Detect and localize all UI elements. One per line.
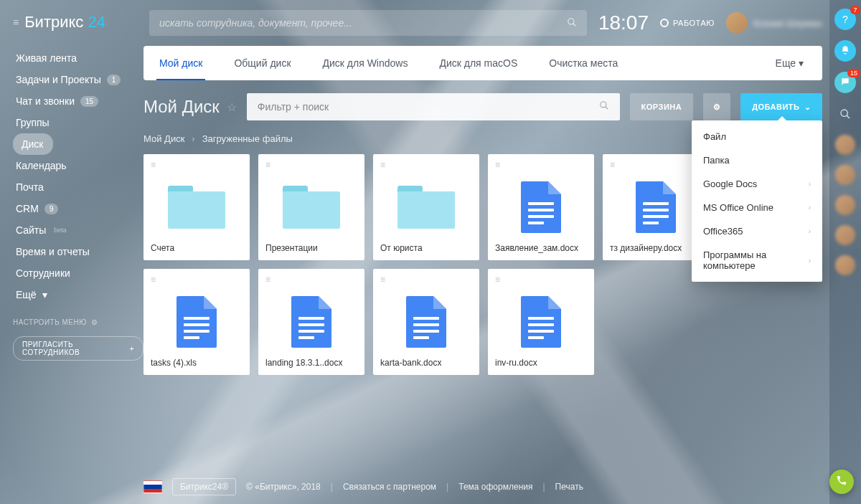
- rail-avatar[interactable]: [835, 165, 855, 185]
- add-dropdown: ФайлПапкаGoogle Docs›MS Office Online›Of…: [692, 120, 822, 282]
- document-icon: [406, 296, 446, 348]
- dropdown-item-4[interactable]: Office365›: [692, 219, 822, 243]
- dropdown-label: Программы на компьютере: [703, 249, 809, 271]
- notifications-button[interactable]: [834, 40, 856, 62]
- file-label: Презентации: [265, 243, 357, 253]
- help-button[interactable]: ? 7: [834, 9, 856, 30]
- tab-1[interactable]: Общий диск: [218, 46, 306, 80]
- sidebar-item-8[interactable]: Сайтыbeta: [13, 219, 74, 241]
- dropdown-item-2[interactable]: Google Docs›: [692, 172, 822, 196]
- search-icon[interactable]: [567, 17, 577, 29]
- sidebar-item-10[interactable]: Сотрудники: [13, 262, 77, 284]
- beta-label: beta: [54, 227, 67, 234]
- sidebar-item-11[interactable]: Ещё▾: [13, 284, 55, 305]
- rail-avatar[interactable]: [835, 195, 855, 215]
- folder-tile[interactable]: ≡Презентации: [258, 154, 364, 260]
- sidebar-item-9[interactable]: Время и отчеты: [13, 241, 97, 262]
- file-tile[interactable]: ≡inv-ru.docx: [488, 269, 594, 375]
- file-label: Счета: [151, 243, 243, 253]
- rail-avatar[interactable]: [835, 255, 855, 275]
- sidebar-item-0[interactable]: Живая лента: [13, 47, 84, 69]
- footer-link[interactable]: Тема оформления: [458, 482, 532, 492]
- dropdown-item-1[interactable]: Папка: [692, 148, 822, 172]
- tab-4[interactable]: Очистка места: [533, 46, 634, 80]
- star-icon[interactable]: ☆: [227, 100, 237, 114]
- svg-point-2: [600, 102, 606, 108]
- badge: 1: [107, 75, 121, 85]
- tab-0[interactable]: Мой диск: [144, 46, 218, 80]
- document-icon: [521, 296, 561, 348]
- folder-tile[interactable]: ≡Счета: [144, 154, 250, 260]
- folder-icon: [168, 186, 225, 229]
- chevron-down-icon: ⌄: [804, 103, 811, 112]
- sidebar-item-6[interactable]: Почта: [13, 176, 51, 198]
- rail-avatar[interactable]: [835, 225, 855, 245]
- chevron-right-icon: ›: [192, 133, 194, 144]
- settings-button[interactable]: ⚙: [703, 93, 730, 120]
- page-title: Мой Диск ☆: [144, 97, 237, 117]
- sidebar-item-label: Диск: [22, 138, 43, 150]
- invite-button[interactable]: ПРИГЛАСИТЬ СОТРУДНИКОВ+: [13, 336, 144, 361]
- right-rail: ? 7 15: [829, 0, 861, 504]
- chevron-right-icon: ›: [809, 204, 811, 211]
- dropdown-item-0[interactable]: Файл: [692, 125, 822, 148]
- sidebar-item-4[interactable]: Диск: [13, 133, 53, 155]
- svg-line-1: [573, 23, 576, 26]
- footer-brand[interactable]: Битрикс24®: [172, 478, 236, 495]
- tab-2[interactable]: Диск для Windows: [307, 46, 424, 80]
- file-label: landing 18.3.1..docx: [265, 358, 357, 368]
- call-fab[interactable]: [829, 470, 854, 494]
- badge: 9: [44, 204, 59, 214]
- dropdown-item-5[interactable]: Программы на компьютере›: [692, 243, 822, 277]
- sidebar-item-5[interactable]: Календарь: [13, 155, 74, 176]
- document-icon: [177, 296, 217, 348]
- rail-search[interactable]: [834, 103, 856, 125]
- filter-input[interactable]: [258, 101, 599, 113]
- flag-icon[interactable]: [144, 480, 162, 493]
- chevron-right-icon: ›: [809, 227, 811, 235]
- global-search-input[interactable]: [159, 17, 567, 29]
- folder-icon: [283, 186, 340, 229]
- footer-link[interactable]: Связаться с партнером: [343, 482, 436, 492]
- work-status[interactable]: РАБОТАЮ: [660, 19, 715, 27]
- chevron-down-icon: ▾: [42, 289, 47, 300]
- bell-icon: [840, 45, 850, 57]
- logo[interactable]: ≡ Битрикс 24: [13, 13, 144, 32]
- sidebar-item-1[interactable]: Задачи и Проекты1: [13, 69, 128, 90]
- dropdown-item-3[interactable]: MS Office Online›: [692, 196, 822, 219]
- file-label: Заявление_зам.docx: [495, 243, 587, 253]
- footer: Битрикс24® © «Битрикс», 2018 | Связаться…: [144, 478, 822, 495]
- menu-icon[interactable]: ≡: [13, 16, 19, 28]
- file-tile[interactable]: ≡Заявление_зам.docx: [488, 154, 594, 260]
- drag-icon: ≡: [495, 275, 500, 285]
- drag-icon: ≡: [380, 275, 385, 285]
- drag-icon: ≡: [151, 275, 156, 285]
- chat-button[interactable]: 15: [834, 72, 856, 93]
- tab-3[interactable]: Диск для macOS: [423, 46, 533, 80]
- file-label: От юриста: [380, 243, 472, 253]
- sidebar-item-label: Календарь: [16, 160, 67, 171]
- filter-search[interactable]: [247, 93, 620, 120]
- help-icon: ?: [842, 14, 848, 25]
- global-search[interactable]: [149, 10, 587, 36]
- configure-menu[interactable]: НАСТРОИТЬ МЕНЮ⚙: [13, 318, 144, 326]
- sidebar-item-3[interactable]: Группы: [13, 112, 57, 133]
- clock: 18:07: [598, 11, 649, 34]
- sidebar-item-label: Сайты: [16, 224, 46, 236]
- sidebar-item-2[interactable]: Чат и звонки15: [13, 90, 105, 112]
- tab-more[interactable]: Еще ▾: [761, 57, 818, 69]
- user-menu[interactable]: Ксения Шерман: [726, 12, 822, 34]
- document-icon: [636, 181, 676, 233]
- file-tile[interactable]: ≡karta-bank.docx: [373, 269, 479, 375]
- file-tile[interactable]: ≡tasks (4).xls: [144, 269, 250, 375]
- sidebar-item-7[interactable]: CRM9: [13, 198, 65, 219]
- folder-tile[interactable]: ≡От юриста: [373, 154, 479, 260]
- footer-link[interactable]: Печать: [555, 482, 583, 492]
- file-tile[interactable]: ≡landing 18.3.1..docx: [258, 269, 364, 375]
- dropdown-label: Папка: [703, 155, 730, 166]
- file-label: тз дизайнеру.docx: [610, 243, 702, 253]
- crumb-root[interactable]: Мой Диск: [144, 133, 184, 144]
- rail-avatar[interactable]: [835, 135, 855, 155]
- trash-button[interactable]: КОРЗИНА: [630, 93, 694, 120]
- search-icon[interactable]: [599, 100, 609, 113]
